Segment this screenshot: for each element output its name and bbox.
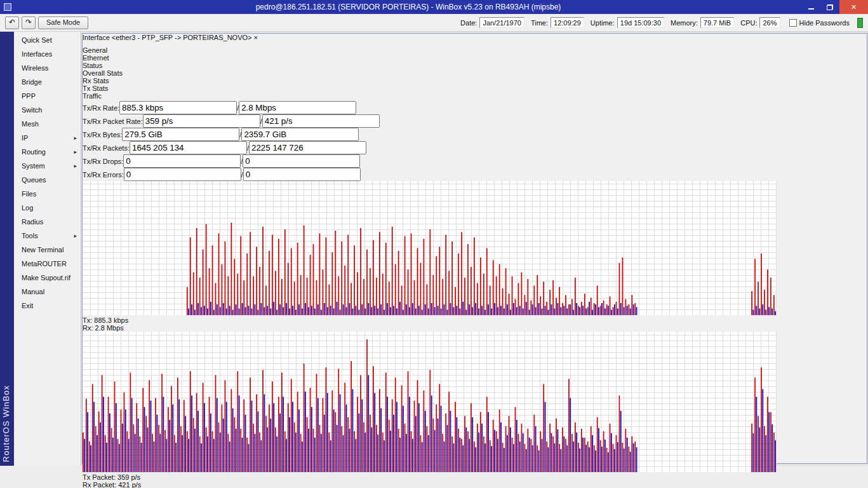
sidebar-item-metarouter[interactable]: MetaROUTER [14, 257, 81, 271]
field-label: Tx/Rx Rate: [83, 104, 119, 112]
window-titlebar[interactable]: pedro@186.251.182.51 (SERVIDOR PORTEIRAS… [0, 0, 868, 14]
legend-label: Rx Packet: 421 p/s [83, 481, 141, 488]
field-tx-rx-errors-rx[interactable] [243, 168, 361, 181]
minimize-icon [808, 8, 814, 10]
sidebar-item-ppp[interactable]: PPP [14, 89, 81, 103]
sidebar-item-label: Wireless [22, 64, 48, 72]
field-label: Tx/Rx Drops: [83, 158, 123, 165]
sidebar-item-new-terminal[interactable]: New Terminal [14, 243, 81, 257]
tab-general[interactable]: General [83, 46, 867, 54]
sidebar-item-label: Tools [22, 232, 38, 240]
sidebar-item-label: New Terminal [22, 246, 63, 254]
field-tx-rx-rate-rx[interactable] [239, 101, 356, 114]
sidebar-item-label: Mesh [22, 120, 39, 128]
legend-label: Rx: 2.8 Mbps [83, 324, 124, 332]
form-row: Tx/Rx Bytes:/ [83, 128, 867, 141]
sidebar-item-wireless[interactable]: Wireless [14, 61, 81, 75]
sidebar-item-label: Routing [22, 148, 46, 156]
field-label: Tx/Rx Bytes: [83, 131, 122, 139]
tab-traffic[interactable]: Traffic [83, 92, 867, 100]
sidebar-item-label: Files [22, 190, 36, 198]
tab-status[interactable]: Status [83, 62, 867, 69]
interface-window: Interface <ether3 - PTP_SFP -> PORTEIRAS… [82, 33, 867, 464]
cpu-label: CPU: [740, 19, 757, 27]
field-tx-rx-errors-tx[interactable] [124, 168, 241, 181]
sidebar-item-label: MetaROUTER [22, 260, 67, 268]
winbox-window: pedro@186.251.182.51 (SERVIDOR PORTEIRAS… [0, 0, 868, 488]
sidebar-item-radius[interactable]: Radius [14, 215, 81, 229]
sidebar-item-label: Interfaces [22, 50, 52, 58]
field-tx-rx-bytes-rx[interactable] [241, 128, 359, 141]
field-tx-rx-packet-rate-rx[interactable] [262, 114, 380, 128]
sidebar-item-interfaces[interactable]: Interfaces [14, 47, 81, 61]
date-field: Jan/21/1970 [479, 17, 524, 28]
submenu-arrow-icon: ▸ [74, 163, 77, 169]
tab-tx-stats[interactable]: Tx Stats [83, 85, 867, 92]
field-label: Tx/Rx Packets: [83, 144, 130, 152]
interface-window-title: Interface <ether3 - PTP_SFP -> PORTEIRAS… [83, 34, 251, 41]
field-tx-rx-packet-rate-tx[interactable] [143, 114, 260, 128]
safe-mode-button[interactable]: Safe Mode [38, 17, 88, 29]
field-tx-rx-drops-rx[interactable] [243, 154, 360, 168]
sidebar-item-tools[interactable]: Tools▸ [14, 229, 81, 243]
field-tx-rx-rate-tx[interactable] [119, 101, 237, 114]
sidebar-item-switch[interactable]: Switch [14, 103, 81, 117]
routeros-winbox-brand: RouterOS WinBox [1, 385, 11, 462]
memory-field: 79.7 MiB [700, 17, 734, 28]
undo-button[interactable]: ↶ [5, 17, 19, 29]
sidebar-item-routing[interactable]: Routing▸ [14, 145, 81, 159]
form-row: Tx/Rx Errors:/ [83, 168, 867, 181]
restore-button[interactable] [820, 0, 839, 14]
rate-chart [83, 181, 777, 315]
sidebar-item-manual[interactable]: Manual [14, 285, 81, 299]
restore-icon [827, 4, 833, 10]
sidebar-item-mesh[interactable]: Mesh [14, 117, 81, 131]
close-button[interactable]: × [839, 0, 868, 14]
sidebar-item-label: Queues [22, 176, 46, 184]
sidebar-item-exit[interactable]: Exit [14, 299, 81, 313]
sidebar-item-bridge[interactable]: Bridge [14, 75, 81, 89]
tab-rx-stats[interactable]: Rx Stats [83, 77, 867, 85]
form-row: Tx/Rx Rate:/ [83, 101, 867, 114]
hide-passwords-checkbox[interactable] [789, 19, 797, 27]
form-row: Tx/Rx Packet Rate:/ [83, 114, 867, 128]
time-field: 12:09:29 [551, 17, 584, 28]
field-tx-rx-packets-tx[interactable] [130, 141, 247, 154]
rate-chart-legend: Tx: 885.3 kbpsRx: 2.8 Mbps [83, 316, 867, 332]
child-close-button[interactable]: × [254, 34, 258, 41]
sidebar-item-log[interactable]: Log [14, 201, 81, 215]
sidebar-item-label: PPP [22, 92, 36, 100]
field-tx-rx-drops-tx[interactable] [123, 154, 241, 168]
field-label: Tx/Rx Errors: [83, 171, 124, 179]
field-tx-rx-packets-rx[interactable] [249, 141, 366, 154]
uptime-field: 19d 15:09:30 [617, 17, 664, 28]
sidebar-item-ip[interactable]: IP▸ [14, 131, 81, 145]
minimize-button[interactable] [801, 0, 820, 14]
sidebar-item-files[interactable]: Files [14, 187, 81, 201]
interface-window-titlebar[interactable]: Interface <ether3 - PTP_SFP -> PORTEIRAS… [83, 34, 867, 46]
packet-chart [83, 332, 777, 472]
field-tx-rx-bytes-tx[interactable] [122, 128, 239, 141]
cpu-field: 26% [759, 17, 780, 28]
sidebar-item-label: Exit [22, 302, 33, 309]
tab-ethernet[interactable]: Ethernet [83, 54, 867, 62]
legend-label: Tx Packet: 359 p/s [83, 473, 140, 481]
legend-entry: Tx Packet: 359 p/s [83, 473, 867, 481]
sidebar-item-make-supout-rif[interactable]: Make Supout.rif [14, 271, 81, 285]
sidebar-item-queues[interactable]: Queues [14, 173, 81, 187]
submenu-arrow-icon: ▸ [74, 233, 77, 239]
form-row: Tx/Rx Drops:/ [83, 154, 867, 168]
rate-chart-panel: Tx: 885.3 kbpsRx: 2.8 Mbps [83, 181, 867, 332]
sidebar-item-label: IP [22, 134, 28, 142]
sidebar-item-label: Radius [22, 218, 43, 226]
tab-overall-stats[interactable]: Overall Stats [83, 69, 867, 77]
sidebar-item-label: Make Supout.rif [22, 274, 70, 281]
legend-entry: Tx: 885.3 kbps [83, 316, 867, 324]
form-row: Tx/Rx Packets:/ [83, 141, 867, 154]
sidebar-item-system[interactable]: System▸ [14, 159, 81, 173]
hide-passwords-label: Hide Passwords [799, 19, 850, 27]
sidebar-item-quick-set[interactable]: Quick Set [14, 33, 81, 47]
sidebar-item-label: Bridge [22, 78, 42, 86]
sidebar-menu: Quick SetInterfacesWirelessBridgePPPSwit… [14, 32, 81, 466]
redo-button[interactable]: ↷ [22, 17, 36, 29]
